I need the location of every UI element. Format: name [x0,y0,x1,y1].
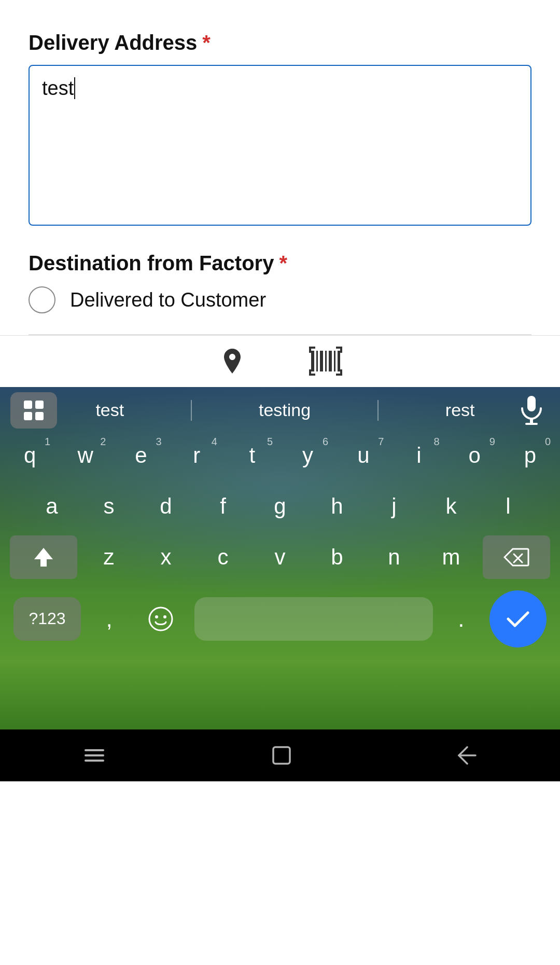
required-star: * [202,31,211,54]
space-key[interactable] [194,597,433,641]
key-j[interactable]: j [369,485,419,528]
nav-back-icon[interactable] [455,743,480,768]
destination-section: Destination from Factory * Delivered to … [29,252,531,313]
svg-rect-5 [334,351,335,371]
svg-rect-2 [320,351,323,371]
keyboard-content: test testing rest q1 w2 e3 r4 t5 [0,387,560,658]
suggestion-test[interactable]: test [85,397,134,423]
backspace-key[interactable] [483,535,550,579]
key-q[interactable]: q1 [5,434,54,477]
key-v[interactable]: v [255,535,305,579]
keyboard-bottom-row: ?123 , . [5,586,555,658]
key-f[interactable]: f [198,485,248,528]
svg-rect-4 [329,351,332,371]
key-u[interactable]: u7 [339,434,388,477]
keyboard: test testing rest q1 w2 e3 r4 t5 [0,387,560,729]
key-p[interactable]: p0 [506,434,555,477]
svg-rect-23 [85,749,104,751]
nav-menu-icon[interactable] [80,745,108,766]
svg-rect-14 [340,369,342,376]
svg-rect-17 [525,423,538,425]
suggestions-row: test testing rest [5,387,555,434]
location-toolbar-icon[interactable] [218,347,247,376]
comma-key[interactable]: , [91,597,128,641]
emoji-key[interactable] [137,597,184,641]
key-r[interactable]: r4 [172,434,221,477]
key-m[interactable]: m [426,535,477,579]
form-container: Delivery Address * test Destination from… [0,0,560,335]
radio-button[interactable] [29,286,55,313]
numbers-key[interactable]: ?123 [13,597,81,641]
suggestion-divider-1 [191,400,192,421]
svg-point-20 [149,608,172,630]
svg-point-21 [155,615,158,618]
svg-rect-3 [325,351,327,371]
text-cursor [74,77,75,99]
svg-rect-26 [273,747,290,764]
radio-option-delivered[interactable]: Delivered to Customer [29,286,531,313]
key-t[interactable]: t5 [228,434,277,477]
key-y[interactable]: y6 [283,434,332,477]
key-n[interactable]: n [369,535,419,579]
done-key[interactable] [489,590,547,647]
svg-point-22 [163,615,166,618]
microphone-button[interactable] [513,392,550,429]
key-i[interactable]: i8 [394,434,443,477]
key-l[interactable]: l [483,485,534,528]
keyboard-row-3: z x c v b n m [5,535,555,579]
svg-rect-10 [340,347,342,353]
textarea-content: test [42,77,518,100]
keyboard-row-2: a s d f g h j k l [5,485,555,528]
nav-home-icon[interactable] [269,743,294,768]
period-key[interactable]: . [443,597,479,641]
key-o[interactable]: o9 [450,434,499,477]
svg-rect-8 [309,347,311,353]
radio-option-label: Delivered to Customer [70,289,266,311]
destination-required-star: * [279,252,287,275]
svg-rect-15 [527,396,536,411]
svg-rect-12 [309,369,311,376]
keyboard-row-1: q1 w2 e3 r4 t5 y6 u7 i8 o9 p0 [5,434,555,477]
svg-rect-6 [338,351,340,371]
key-g[interactable]: g [255,485,305,528]
key-s[interactable]: s [83,485,134,528]
key-k[interactable]: k [426,485,477,528]
delivery-address-label: Delivery Address * [29,31,531,54]
key-d[interactable]: d [141,485,191,528]
suggestion-divider-2 [377,400,379,421]
barcode-toolbar-icon[interactable] [309,347,342,376]
shift-key[interactable] [10,535,77,579]
keyboard-toolbar [0,335,560,387]
suggestion-rest[interactable]: rest [435,397,485,423]
key-z[interactable]: z [83,535,134,579]
delivery-address-textarea[interactable]: test [29,65,531,226]
svg-rect-1 [316,351,318,371]
navigation-bar [0,729,560,781]
key-b[interactable]: b [312,535,362,579]
key-e[interactable]: e3 [116,434,165,477]
key-x[interactable]: x [141,535,191,579]
key-w[interactable]: w2 [61,434,110,477]
key-a[interactable]: a [26,485,77,528]
svg-rect-25 [85,760,104,762]
keyboard-grid-button[interactable] [10,392,57,429]
destination-label: Destination from Factory * [29,252,531,275]
suggestions-list: test testing rest [57,397,513,423]
suggestion-testing[interactable]: testing [248,397,321,423]
svg-rect-0 [311,351,314,371]
key-c[interactable]: c [198,535,248,579]
key-h[interactable]: h [312,485,362,528]
svg-rect-24 [85,754,104,756]
